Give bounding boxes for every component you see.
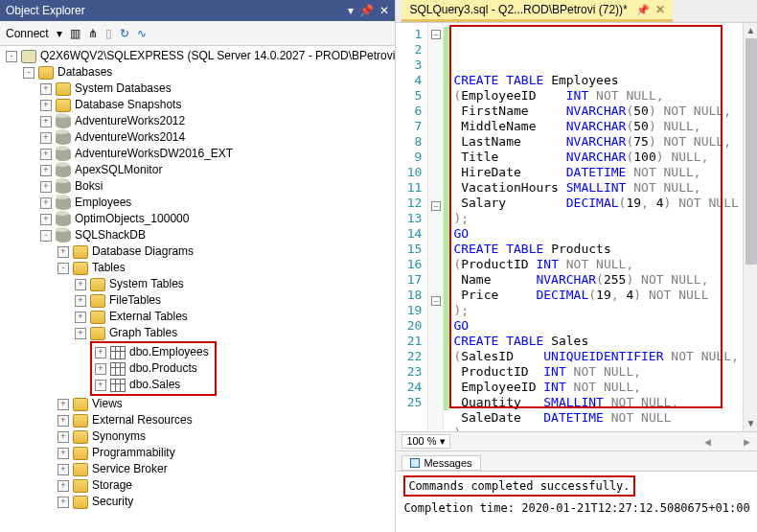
expand-icon[interactable]: + <box>95 347 106 359</box>
expand-icon[interactable]: + <box>95 363 106 375</box>
tables-node[interactable]: -Tables <box>4 260 395 276</box>
user-table-node[interactable]: +dbo.Employees <box>93 344 214 360</box>
folder-node[interactable]: +Views <box>4 396 395 412</box>
messages-tab[interactable]: Messages <box>401 455 480 471</box>
code-line[interactable]: CREATE TABLE Employees <box>453 73 738 88</box>
expand-icon[interactable]: + <box>57 448 69 459</box>
expand-icon[interactable]: + <box>75 312 86 323</box>
code-line[interactable]: Price DECIMAL(19, 4) NOT NULL <box>453 288 738 303</box>
code-line[interactable]: GO <box>453 226 738 242</box>
expand-icon[interactable]: + <box>40 83 52 95</box>
database-node[interactable]: +ApexSQLMonitor <box>4 162 395 178</box>
code-line[interactable]: ); <box>453 426 738 432</box>
code-area[interactable]: CREATE TABLE Employees(EmployeeID INT NO… <box>449 23 742 431</box>
expand-icon[interactable]: + <box>40 181 52 193</box>
folder-node[interactable]: +External Tables <box>4 309 395 325</box>
database-node[interactable]: +Employees <box>4 195 395 211</box>
stop-icon[interactable]: ▯ <box>105 27 112 40</box>
expand-icon[interactable]: + <box>57 415 69 427</box>
code-line[interactable]: EmployeeID INT NOT NULL, <box>453 380 738 395</box>
code-line[interactable]: (SalesID UNIQUEIDENTIFIER NOT NULL, <box>453 349 738 364</box>
code-line[interactable]: FirstName NVARCHAR(50) NOT NULL, <box>453 104 738 119</box>
node-type-icon[interactable]: ⋔ <box>88 27 98 40</box>
object-explorer-tree[interactable]: -Q2X6WQV2\SQLEXPRESS (SQL Server 14.0.20… <box>0 46 395 532</box>
fold-icon[interactable]: − <box>431 201 441 211</box>
code-line[interactable]: Quantity SMALLINT NOT NULL, <box>453 395 738 410</box>
pin-icon[interactable]: 📌 <box>636 4 650 16</box>
expand-icon[interactable]: + <box>95 380 106 391</box>
scroll-track[interactable] <box>744 38 757 416</box>
code-line[interactable]: VacationHours SMALLINT NOT NULL, <box>453 180 738 196</box>
expand-icon[interactable]: + <box>40 214 52 225</box>
close-icon[interactable]: ✕ <box>379 4 389 17</box>
scroll-left-icon[interactable]: ◄ <box>702 436 713 448</box>
refresh-icon[interactable]: ↻ <box>120 27 129 40</box>
expand-icon[interactable]: + <box>40 132 52 144</box>
expand-icon[interactable]: + <box>40 116 52 127</box>
close-icon[interactable]: ✕ <box>655 3 665 16</box>
expand-icon[interactable]: - <box>6 51 17 62</box>
code-line[interactable]: ProductID INT NOT NULL, <box>453 364 738 380</box>
databases-node[interactable]: -Databases <box>4 64 395 81</box>
expand-icon[interactable]: + <box>57 480 69 492</box>
expand-icon[interactable]: + <box>40 197 52 209</box>
code-line[interactable]: Salary DECIMAL(19, 4) NOT NULL <box>453 196 738 211</box>
user-table-node[interactable]: +dbo.Products <box>93 360 214 377</box>
expand-icon[interactable]: + <box>75 328 86 339</box>
code-line[interactable]: GO <box>453 318 738 334</box>
code-line[interactable]: CREATE TABLE Products <box>453 242 738 257</box>
fold-icon[interactable]: − <box>431 296 441 306</box>
folder-node[interactable]: +External Resources <box>4 412 395 428</box>
expand-icon[interactable]: + <box>57 464 69 475</box>
scroll-up-icon[interactable]: ▲ <box>746 23 755 38</box>
code-line[interactable]: (EmployeeID INT NOT NULL, <box>453 88 738 104</box>
code-line[interactable]: (ProductID INT NOT NULL, <box>453 257 738 272</box>
folder-node[interactable]: +Database Snapshots <box>4 97 395 113</box>
sql-editor[interactable]: 1234567891011121314151617181920212223242… <box>396 23 757 432</box>
code-line[interactable]: MiddleName NVARCHAR(50) NULL, <box>453 119 738 134</box>
connect-button[interactable]: Connect <box>6 27 49 40</box>
database-node[interactable]: +AdventureWorks2012 <box>4 113 395 129</box>
code-line[interactable]: ); <box>453 211 738 226</box>
database-node-open[interactable]: -SQLShackDB <box>4 227 395 243</box>
expand-icon[interactable]: + <box>75 279 86 290</box>
code-line[interactable]: HireDate DATETIME NOT NULL, <box>453 165 738 180</box>
dropdown-icon[interactable]: ▾ <box>57 27 62 40</box>
expand-icon[interactable]: - <box>23 67 34 79</box>
expand-icon[interactable]: - <box>57 263 69 274</box>
scroll-right-icon[interactable]: ► <box>742 436 752 448</box>
folder-node[interactable]: +Storage <box>4 477 395 494</box>
folder-node[interactable]: +Security <box>4 494 395 510</box>
zoom-dropdown[interactable]: 100 % ▾ <box>401 434 449 449</box>
server-node[interactable]: -Q2X6WQV2\SQLEXPRESS (SQL Server 14.0.20… <box>4 48 395 64</box>
code-line[interactable]: Name NVARCHAR(255) NOT NULL, <box>453 272 738 288</box>
sync-icon[interactable]: ∿ <box>137 27 147 40</box>
vertical-scrollbar[interactable]: ▲ ▼ <box>743 23 757 431</box>
user-table-node[interactable]: +dbo.Sales <box>93 377 214 393</box>
node-filter-icon[interactable]: ▥ <box>70 27 80 40</box>
dropdown-icon[interactable]: ▾ <box>348 4 354 17</box>
folder-node[interactable]: +FileTables <box>4 292 395 309</box>
folder-node[interactable]: +Service Broker <box>4 461 395 477</box>
folder-node[interactable]: +System Databases <box>4 81 395 97</box>
document-tab[interactable]: SQLQuery3.sql - Q2...ROD\BPetrovi (72))*… <box>401 0 672 22</box>
expand-icon[interactable]: + <box>57 246 69 258</box>
database-node[interactable]: +AdventureWorks2014 <box>4 129 395 146</box>
code-line[interactable]: CREATE TABLE Sales <box>453 334 738 349</box>
scroll-thumb[interactable] <box>746 38 757 265</box>
expand-icon[interactable]: + <box>75 295 86 307</box>
fold-icon[interactable]: − <box>431 30 441 39</box>
folder-node[interactable]: +Database Diagrams <box>4 243 395 260</box>
fold-gutter[interactable]: −−− <box>428 23 444 431</box>
expand-icon[interactable]: - <box>40 230 52 242</box>
database-node[interactable]: +AdventureWorksDW2016_EXT <box>4 146 395 162</box>
expand-icon[interactable]: + <box>57 431 69 443</box>
messages-pane[interactable]: Commands completed successfully. Complet… <box>396 471 757 532</box>
code-line[interactable]: LastName NVARCHAR(75) NOT NULL, <box>453 134 738 150</box>
expand-icon[interactable]: + <box>57 399 69 410</box>
expand-icon[interactable]: + <box>57 497 69 508</box>
folder-node[interactable]: +Programmability <box>4 445 395 461</box>
folder-node[interactable]: +Synonyms <box>4 428 395 445</box>
code-line[interactable]: ); <box>453 303 738 318</box>
database-node[interactable]: +Boksi <box>4 178 395 195</box>
